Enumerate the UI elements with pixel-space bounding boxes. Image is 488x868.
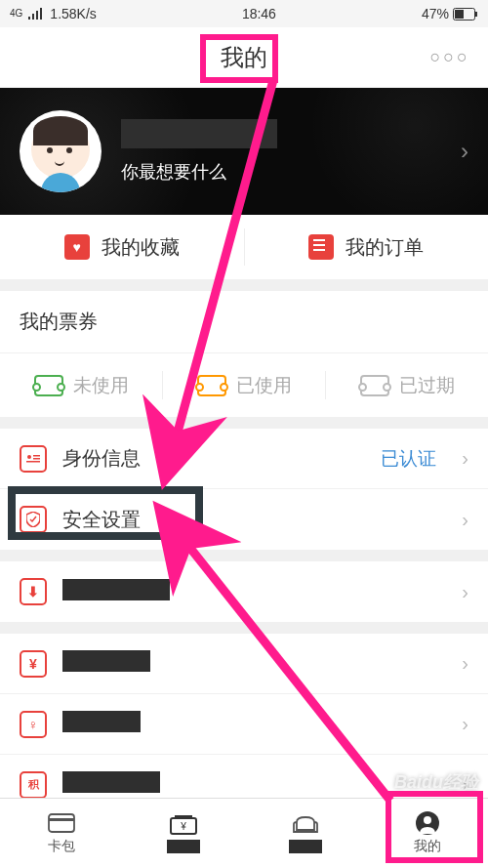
label-redacted [62,650,150,672]
profile-subtitle: 你最想要什么 [121,160,461,184]
quick-row: 我的收藏 我的订单 [0,215,488,279]
shield-icon [20,506,47,533]
chevron-right-icon: › [462,509,468,531]
tab-3[interactable] [244,799,366,868]
profile-card[interactable]: 你最想要什么 › [0,88,488,215]
label-redacted [62,579,170,600]
nav-label: 我的 [414,838,441,855]
chevron-right-icon: › [461,138,468,165]
net-speed: 1.58K/s [50,6,96,21]
tickets-title: 我的票券 [0,291,488,352]
label-redacted [62,711,141,732]
row-item-3[interactable]: ⬇ › [0,561,488,622]
svg-rect-2 [36,11,38,20]
tab-used[interactable]: 已使用 [163,353,325,417]
more-button[interactable]: ○○○ [429,47,470,67]
my-orders[interactable]: 我的订单 [245,215,489,279]
tab-unused[interactable]: 未使用 [0,353,162,417]
page-title: 我的 [221,42,267,73]
row-item-4[interactable]: ¥ › [0,634,488,694]
svg-rect-11 [26,461,40,463]
row-identity[interactable]: 身份信息 已认证 › [0,429,488,489]
ticket-gray-icon [360,375,389,396]
tab-2[interactable]: ¥ [122,799,244,868]
bulb-icon: ♀ [20,711,47,738]
points-icon: 积 [20,771,47,799]
svg-rect-13 [49,818,74,821]
yen-icon: ¥ [20,650,47,678]
heart-icon [64,234,90,260]
ticket-tabs: 未使用 已使用 已过期 [0,352,488,417]
person-icon [413,811,442,835]
svg-text:¥: ¥ [180,821,186,832]
row-security[interactable]: 安全设置 › [0,489,488,550]
chevron-right-icon: › [462,581,468,603]
svg-rect-1 [32,14,34,20]
svg-rect-10 [33,458,40,460]
identity-value: 已认证 [381,446,436,472]
tab-mine[interactable]: 我的 [366,799,488,868]
svg-rect-5 [455,10,464,19]
security-label: 安全设置 [62,507,446,533]
identity-label: 身份信息 [62,445,365,472]
my-favorites[interactable]: 我的收藏 [0,215,244,279]
wallet-icon [47,811,76,835]
app-header: 我的 ○○○ [0,27,488,88]
status-time: 18:46 [97,6,422,21]
sofa-icon [291,813,320,837]
tab-card-wallet[interactable]: 卡包 [0,799,122,868]
battery-pct: 47% [422,6,449,21]
nav-label-redacted [289,840,322,853]
ticket-orange-icon [197,375,226,396]
download-icon: ⬇ [20,578,47,605]
watermark: Baidu经验 [394,770,478,794]
bottom-nav: 卡包 ¥ 我的 [0,798,488,868]
nav-label: 卡包 [48,838,75,855]
svg-point-8 [27,455,31,459]
row-item-5[interactable]: ♀ › [0,694,488,755]
svg-rect-12 [49,814,74,832]
svg-point-17 [424,816,431,824]
tab-expired[interactable]: 已过期 [326,353,488,417]
chevron-right-icon: › [462,713,468,735]
chevron-right-icon: › [462,447,468,470]
net-icon: 4G [10,9,22,19]
svg-rect-3 [40,8,42,20]
signal-icon [28,8,44,20]
order-icon [308,234,334,260]
profile-name-redacted [121,119,277,148]
avatar [20,110,102,192]
svg-rect-6 [475,12,477,17]
nav-label-redacted [167,840,200,853]
status-bar: 4G 1.58K/s 18:46 47% [0,0,488,27]
orders-label: 我的订单 [346,234,424,261]
id-icon [20,445,47,473]
favorites-label: 我的收藏 [102,234,180,261]
battery-icon [453,8,478,21]
label-redacted [62,771,160,793]
chevron-right-icon: › [462,652,468,675]
cash-icon: ¥ [169,813,198,837]
svg-rect-0 [28,17,30,20]
ticket-green-icon [34,375,63,396]
svg-rect-9 [33,455,40,457]
